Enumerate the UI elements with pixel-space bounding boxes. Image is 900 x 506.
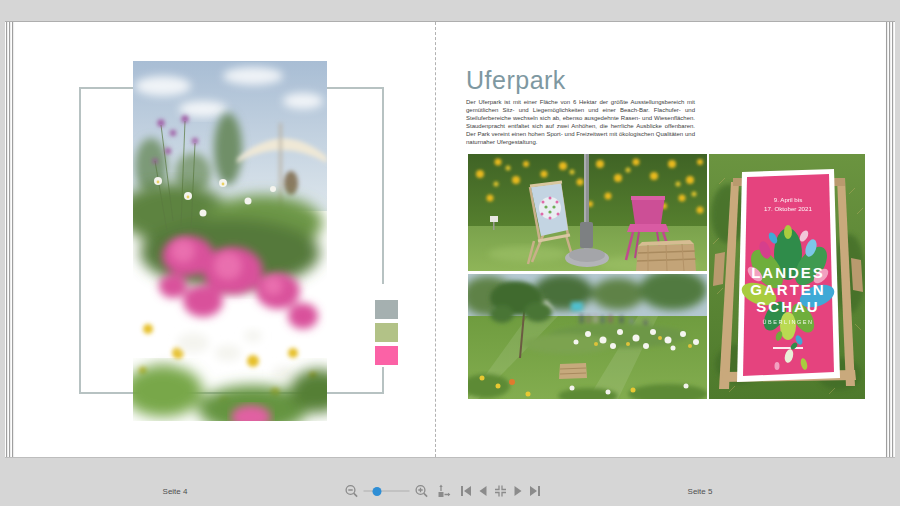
park-lawn-graphic	[468, 274, 707, 399]
zoom-slider-track[interactable]	[364, 490, 410, 492]
banner-dates-line1: 9. April bis	[774, 196, 803, 203]
park-lawn-visitors-photo[interactable]	[468, 274, 707, 399]
book-spread: Uferpark Der Uferpark ist mit einer Fläc…	[5, 21, 895, 458]
banner-dates-line2: 17. Oktober 2021	[764, 205, 812, 212]
viewer-stage: Uferpark Der Uferpark ist mit einer Fläc…	[0, 0, 900, 506]
center-fold-line	[435, 22, 436, 457]
deckchair-scene-graphic	[468, 154, 707, 271]
banner-deckchair-graphic: 9. April bis 17. Oktober 2021	[709, 154, 865, 399]
right-page-number: Seite 5	[665, 487, 735, 496]
zoom-in-icon[interactable]	[415, 484, 429, 498]
banner-subtitle: ÜBERLINGEN	[763, 319, 814, 325]
banner-title-line3: SCHAU	[756, 298, 819, 315]
zoom-slider-thumb[interactable]	[373, 487, 382, 496]
banner-url-line	[773, 347, 803, 349]
color-swatch-green	[373, 321, 400, 344]
flower-meadow-graphic	[133, 61, 327, 421]
banner-title-line1: LANDES	[751, 264, 825, 281]
fit-page-icon[interactable]	[437, 484, 451, 498]
color-swatch-pink	[373, 344, 400, 367]
page-stack-left	[5, 22, 15, 457]
page-stack-right	[885, 22, 895, 457]
fit-screen-icon[interactable]	[494, 484, 508, 498]
deckchair-pink-chair-photo[interactable]	[468, 154, 707, 271]
last-page-icon[interactable]	[529, 485, 542, 497]
left-page-number: Seite 4	[140, 487, 210, 496]
page-title: Uferpark	[466, 66, 566, 95]
first-page-icon[interactable]	[460, 485, 473, 497]
next-page-icon[interactable]	[513, 485, 524, 497]
zoom-out-icon[interactable]	[345, 484, 359, 498]
previous-page-icon[interactable]	[478, 485, 489, 497]
viewer-controls	[345, 482, 542, 500]
page-body-text: Der Uferpark ist mit einer Fläche von 6 …	[466, 98, 695, 147]
banner-title-line2: GARTEN	[750, 281, 825, 298]
zoom-slider[interactable]	[364, 484, 410, 498]
flower-meadow-umbrella-photo[interactable]	[133, 61, 327, 421]
color-swatch-gray	[373, 298, 400, 321]
landesgartenschau-deckchair-photo[interactable]: 9. April bis 17. Oktober 2021	[709, 154, 865, 399]
